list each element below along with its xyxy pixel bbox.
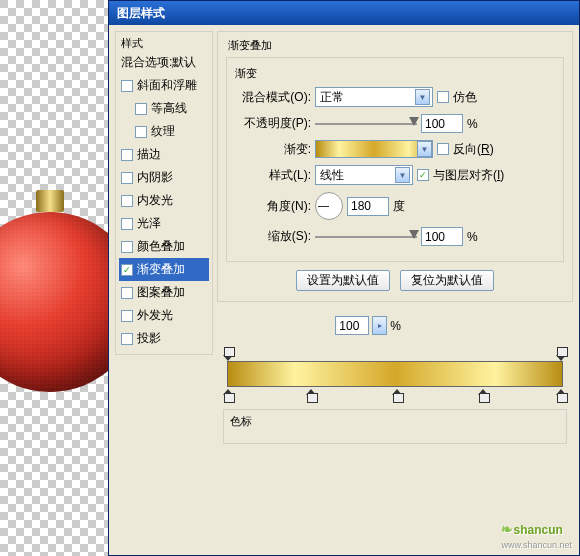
set-default-button[interactable]: 设置为默认值 (296, 270, 390, 291)
blend-mode-combo[interactable]: 正常 ▼ (315, 87, 433, 107)
gradient-label: 渐变: (233, 141, 311, 158)
dither-label: 仿色 (453, 89, 477, 106)
ornament-cap (36, 190, 64, 212)
leaf-icon: ❧ (501, 521, 513, 537)
checkbox-icon[interactable] (121, 333, 133, 345)
align-label: 与图层对齐(I) (433, 167, 504, 184)
color-stop[interactable] (478, 389, 489, 403)
gradient-legend: 渐变 (233, 66, 259, 81)
slider-thumb-icon[interactable] (409, 117, 419, 126)
layer-style-dialog: 图层样式 样式 混合选项:默认 斜面和浮雕 等高线 纹理 描边 内阴影 内发光 … (108, 0, 580, 556)
opacity-label: 不透明度(P): (233, 115, 311, 132)
style-satin[interactable]: 光泽 (119, 212, 209, 235)
style-inner-glow[interactable]: 内发光 (119, 189, 209, 212)
checkbox-icon[interactable] (121, 310, 133, 322)
style-outer-glow[interactable]: 外发光 (119, 304, 209, 327)
style-gradient-overlay[interactable]: 渐变叠加 (119, 258, 209, 281)
style-combo[interactable]: 线性 ▼ (315, 165, 413, 185)
style-drop-shadow[interactable]: 投影 (119, 327, 209, 350)
scale-slider[interactable] (315, 230, 417, 244)
colorstop-fieldset: 色标 (223, 409, 567, 444)
checkbox-icon[interactable] (121, 218, 133, 230)
color-stop[interactable] (392, 389, 403, 403)
checkbox-icon[interactable] (121, 287, 133, 299)
gradient-editor[interactable] (223, 345, 567, 407)
scale-unit: % (467, 230, 478, 244)
style-stroke[interactable]: 描边 (119, 143, 209, 166)
gradient-swatch[interactable]: ▼ (315, 140, 433, 158)
scale-label: 缩放(S): (233, 228, 311, 245)
color-stop[interactable] (556, 389, 567, 403)
slider-thumb-icon[interactable] (409, 230, 419, 239)
style-texture[interactable]: 纹理 (119, 120, 209, 143)
chevron-down-icon[interactable]: ▼ (417, 141, 432, 157)
reverse-label: 反向(R) (453, 141, 494, 158)
gradient-bar[interactable] (227, 361, 563, 387)
checkbox-icon[interactable] (121, 149, 133, 161)
cropped-value-input[interactable] (335, 316, 369, 335)
opacity-slider[interactable] (315, 117, 417, 131)
cropped-opacity-row: 不透明度(P): ▸ % (265, 316, 573, 335)
opacity-input[interactable] (421, 114, 463, 133)
opacity-stop[interactable] (223, 347, 234, 361)
dialog-titlebar[interactable]: 图层样式 (109, 1, 579, 25)
spinner-icon[interactable]: ▸ (372, 316, 387, 335)
checkbox-icon[interactable] (121, 172, 133, 184)
align-checkbox[interactable] (417, 169, 429, 181)
color-stop[interactable] (223, 389, 234, 403)
checkbox-icon[interactable] (121, 195, 133, 207)
style-contour[interactable]: 等高线 (119, 97, 209, 120)
checkbox-icon[interactable] (121, 264, 133, 276)
checkbox-icon[interactable] (121, 80, 133, 92)
scale-input[interactable] (421, 227, 463, 246)
styles-column: 样式 混合选项:默认 斜面和浮雕 等高线 纹理 描边 内阴影 内发光 光泽 颜色… (115, 31, 213, 549)
chevron-down-icon[interactable]: ▼ (415, 89, 430, 105)
checkbox-icon[interactable] (135, 103, 147, 115)
opacity-unit: % (467, 117, 478, 131)
reverse-checkbox[interactable] (437, 143, 449, 155)
reset-default-button[interactable]: 复位为默认值 (400, 270, 494, 291)
checkbox-icon[interactable] (121, 241, 133, 253)
styles-header: 样式 (119, 36, 145, 51)
color-stop[interactable] (306, 389, 317, 403)
checkbox-icon[interactable] (135, 126, 147, 138)
blend-mode-label: 混合模式(O): (233, 89, 311, 106)
angle-unit: 度 (393, 198, 405, 215)
chevron-down-icon[interactable]: ▼ (395, 167, 410, 183)
options-column: 渐变叠加 渐变 混合模式(O): 正常 ▼ 仿色 不透明度(P): (217, 31, 573, 549)
style-bevel[interactable]: 斜面和浮雕 (119, 74, 209, 97)
style-label: 样式(L): (233, 167, 311, 184)
section-title: 渐变叠加 (226, 38, 274, 53)
dither-checkbox[interactable] (437, 91, 449, 103)
angle-label: 角度(N): (233, 198, 311, 215)
style-inner-shadow[interactable]: 内阴影 (119, 166, 209, 189)
opacity-stop[interactable] (556, 347, 567, 361)
blend-options-default[interactable]: 混合选项:默认 (119, 51, 209, 74)
colorstop-legend: 色标 (228, 414, 254, 429)
style-color-overlay[interactable]: 颜色叠加 (119, 235, 209, 258)
angle-input[interactable] (347, 197, 389, 216)
cropped-unit: % (390, 319, 401, 333)
angle-dial[interactable] (315, 192, 343, 220)
watermark: ❧shancun www.shancun.net (501, 514, 572, 550)
style-pattern-overlay[interactable]: 图案叠加 (119, 281, 209, 304)
